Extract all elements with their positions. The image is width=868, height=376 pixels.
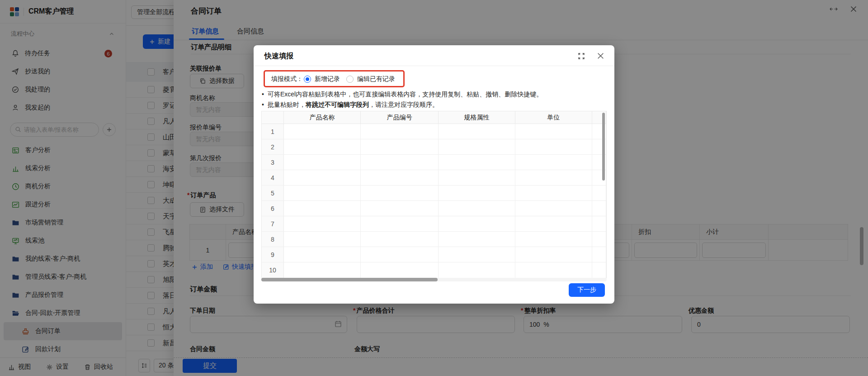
row-number: 8 [262, 232, 284, 247]
row-number: 6 [262, 201, 284, 216]
radio-edit-existing[interactable] [346, 76, 354, 83]
grid-cell[interactable] [439, 170, 515, 185]
grid-cell[interactable] [515, 232, 593, 247]
tip-batch-paste: 批量粘贴时，将跳过不可编辑字段列，请注意对应字段顺序。 [262, 100, 439, 109]
grid-cell[interactable] [515, 216, 593, 231]
grid-cell[interactable] [361, 247, 439, 262]
grid-cell[interactable] [592, 216, 606, 231]
col-product-name: 产品名称 [284, 111, 361, 124]
grid-cell[interactable] [361, 155, 439, 170]
row-number: 1 [262, 124, 284, 139]
grid-cell[interactable] [361, 186, 439, 200]
grid-row: 9 [262, 247, 606, 262]
grid-cell[interactable] [361, 201, 439, 216]
tip-text: 批量粘贴时， [268, 101, 306, 108]
row-number: 9 [262, 247, 284, 262]
grid-cell[interactable] [361, 232, 439, 247]
close-icon[interactable] [597, 52, 604, 60]
radio-new-record-label[interactable]: 新增记录 [315, 75, 340, 83]
col-spec: 规格属性 [439, 111, 515, 124]
grid-cell[interactable] [361, 139, 439, 154]
grid-vertical-scrollbar-thumb[interactable] [602, 113, 605, 181]
grid-cell[interactable] [592, 247, 606, 262]
grid-cell[interactable] [515, 155, 593, 170]
grid-cell[interactable] [284, 247, 361, 262]
corner-cell [262, 111, 284, 124]
grid-row: 7 [262, 216, 606, 232]
grid-cell[interactable] [439, 186, 515, 200]
grid-row: 5 [262, 186, 606, 201]
grid-cell[interactable] [284, 201, 361, 216]
quick-fill-modal: 快速填报 填报模式： 新增记录 编辑已有记录 可将Excel内容粘贴到表格中，也… [254, 45, 614, 304]
grid-cell[interactable] [515, 170, 593, 185]
grid-row: 3 [262, 155, 606, 170]
grid-cell[interactable] [439, 262, 515, 278]
grid-cell[interactable] [439, 201, 515, 216]
grid-cell[interactable] [284, 170, 361, 185]
grid-row: 2 [262, 139, 606, 155]
grid-cell[interactable] [592, 262, 606, 278]
grid-cell[interactable] [439, 232, 515, 247]
row-number: 7 [262, 216, 284, 231]
row-number: 5 [262, 186, 284, 200]
grid-cell[interactable] [284, 155, 361, 170]
next-step-button[interactable]: 下一步 [569, 283, 605, 297]
fill-mode-row: 填报模式： 新增记录 编辑已有记录 [271, 74, 395, 85]
fill-mode-label: 填报模式： [271, 75, 303, 83]
tip-text: ，请注意对应字段顺序。 [369, 101, 439, 108]
grid-cell[interactable] [439, 139, 515, 154]
grid-row: 8 [262, 232, 606, 247]
grid-cell[interactable] [439, 247, 515, 262]
grid-cell[interactable] [361, 170, 439, 185]
grid-cell[interactable] [284, 216, 361, 231]
grid-cell[interactable] [361, 262, 439, 278]
fullscreen-icon[interactable] [578, 52, 585, 60]
tip-text-bold: 将跳过不可编辑字段列 [306, 101, 369, 108]
grid-header: 产品名称 产品编号 规格属性 单位 [262, 111, 606, 124]
radio-new-record[interactable] [304, 76, 311, 83]
grid-cell[interactable] [515, 139, 593, 154]
grid-cell[interactable] [439, 216, 515, 231]
tip-text: 可将Excel内容粘贴到表格中，也可直接编辑表格内容，支持使用复制、粘贴、撤销、… [268, 90, 542, 98]
grid-cell[interactable] [284, 232, 361, 247]
grid-cell[interactable] [515, 247, 593, 262]
row-number: 2 [262, 139, 284, 154]
row-number: 3 [262, 155, 284, 170]
grid-cell[interactable] [284, 262, 361, 278]
divider [254, 66, 614, 66]
grid-cell[interactable] [515, 186, 593, 200]
screen: CRM客户管理 流程中心 待办任务 6 抄送我的 我处理的 我发起的 [0, 0, 868, 376]
grid-cell[interactable] [515, 201, 593, 216]
modal-title: 快速填报 [264, 52, 293, 61]
grid-cell[interactable] [439, 155, 515, 170]
grid-row: 10 [262, 262, 606, 278]
quick-fill-grid: 产品名称 产品编号 规格属性 单位 1 2 3 4 5 6 7 8 9 10 [261, 111, 607, 278]
modal-header-icons [578, 52, 604, 60]
grid-cell[interactable] [284, 124, 361, 139]
col-unit: 单位 [515, 111, 593, 124]
grid-cell[interactable] [515, 124, 593, 139]
row-number: 10 [262, 262, 284, 278]
grid-cell[interactable] [592, 186, 606, 200]
col-product-no: 产品编号 [361, 111, 439, 124]
radio-edit-existing-label[interactable]: 编辑已有记录 [357, 75, 395, 83]
grid-cell[interactable] [284, 139, 361, 154]
grid-cell[interactable] [515, 262, 593, 278]
tip-paste-excel: 可将Excel内容粘贴到表格中，也可直接编辑表格内容，支持使用复制、粘贴、撤销、… [262, 90, 542, 99]
grid-row: 6 [262, 201, 606, 216]
grid-cell[interactable] [361, 124, 439, 139]
row-number: 4 [262, 170, 284, 185]
grid-cell[interactable] [592, 201, 606, 216]
grid-row: 1 [262, 124, 606, 139]
grid-horizontal-scrollbar-thumb[interactable] [261, 278, 438, 281]
grid-cell[interactable] [361, 216, 439, 231]
grid-cell[interactable] [284, 186, 361, 200]
grid-horizontal-scrollbar [261, 278, 607, 281]
grid-cell[interactable] [592, 232, 606, 247]
grid-row: 4 [262, 170, 606, 186]
grid-cell[interactable] [439, 124, 515, 139]
